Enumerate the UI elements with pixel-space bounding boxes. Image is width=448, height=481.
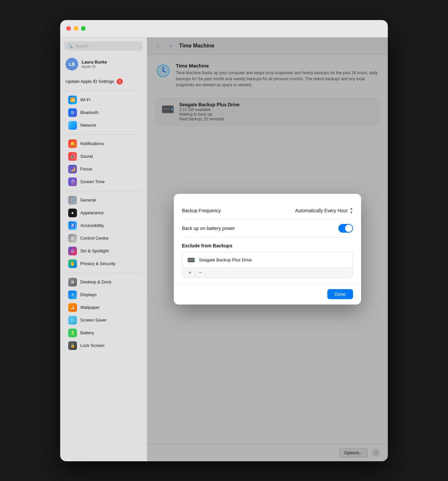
modal-overlay: Backup Frequency Automatically Every Hou… bbox=[147, 37, 388, 461]
sidebar-item-label: General bbox=[80, 198, 96, 203]
sidebar-section-alerts: 🔔 Notifications 🔊 Sound 🌙 bbox=[60, 137, 147, 188]
sound-icon: 🔊 bbox=[68, 152, 77, 161]
displays-icon: ☀ bbox=[68, 290, 77, 299]
exclude-item-name: Seagate Backup Plus Drive bbox=[199, 257, 252, 262]
modal-footer: Done bbox=[174, 283, 361, 305]
sidebar-item-label: Notifications bbox=[80, 141, 104, 146]
control-center-icon: ⊞ bbox=[68, 234, 77, 243]
sidebar-item-label: Battery bbox=[80, 330, 94, 335]
user-subtitle: Apple ID bbox=[82, 65, 107, 69]
backup-frequency-label: Backup Frequency bbox=[182, 208, 221, 213]
modal-dialog: Backup Frequency Automatically Every Hou… bbox=[174, 194, 361, 305]
sidebar-item-label: Siri & Spotlight bbox=[80, 248, 109, 253]
sidebar-item-label: Accessibility bbox=[80, 223, 104, 228]
appearance-icon: ● bbox=[68, 209, 77, 217]
network-icon: 🌐 bbox=[68, 121, 77, 130]
sidebar-item-label: Wi-Fi bbox=[80, 97, 90, 102]
sidebar-section-system: ⚙️ General ● Appearance ♿ A bbox=[60, 194, 147, 270]
wallpaper-icon: 🏞 bbox=[68, 303, 77, 312]
sidebar-item-label: Bluetooth bbox=[80, 110, 99, 115]
user-profile[interactable]: LB Laura Burke Apple ID bbox=[60, 55, 147, 73]
desktop-icon: 🖥 bbox=[68, 278, 77, 286]
accessibility-icon: ♿ bbox=[68, 221, 77, 230]
bluetooth-icon: B bbox=[68, 108, 77, 117]
sidebar-item-focus[interactable]: 🌙 Focus bbox=[63, 163, 144, 175]
update-badge: 1 bbox=[117, 79, 123, 85]
sidebar-item-screen-saver[interactable]: ◻ Screen Saver bbox=[63, 314, 144, 327]
add-exclude-button[interactable]: + bbox=[186, 269, 194, 276]
stepper-arrows: ▲ ▼ bbox=[350, 207, 353, 214]
general-icon: ⚙️ bbox=[68, 196, 77, 205]
remove-exclude-button[interactable]: − bbox=[196, 269, 205, 276]
minimize-button[interactable] bbox=[74, 26, 78, 31]
battery-power-label: Back up on battery power bbox=[182, 226, 235, 231]
search-bar[interactable]: 🔍 Search bbox=[64, 41, 143, 50]
battery-power-toggle[interactable] bbox=[338, 224, 353, 233]
sidebar-item-label: Privacy & Security bbox=[80, 261, 115, 266]
close-button[interactable] bbox=[66, 26, 71, 31]
sidebar-item-general[interactable]: ⚙️ General bbox=[63, 194, 144, 207]
exclude-section-title: Exclude from Backups bbox=[182, 243, 353, 248]
sidebar-section-display: 🖥 Desktop & Dock ☀ Displays 🏞 bbox=[60, 276, 147, 352]
lock-screen-icon: 🔒 bbox=[68, 341, 77, 350]
backup-frequency-value: Automatically Every Hour bbox=[295, 208, 348, 213]
sidebar: 🔍 Search LB Laura Burke Apple ID Update … bbox=[60, 37, 147, 461]
svg-point-9 bbox=[193, 259, 195, 261]
sidebar-item-label: Screen Time bbox=[80, 179, 105, 184]
sidebar-item-notifications[interactable]: 🔔 Notifications bbox=[63, 137, 144, 150]
modal-body: Backup Frequency Automatically Every Hou… bbox=[174, 194, 361, 283]
window: 🔍 Search LB Laura Burke Apple ID Update … bbox=[60, 20, 388, 461]
sidebar-item-label: Desktop & Dock bbox=[80, 279, 111, 284]
backup-frequency-selector[interactable]: Automatically Every Hour ▲ ▼ bbox=[295, 207, 353, 214]
sidebar-item-wallpaper[interactable]: 🏞 Wallpaper bbox=[63, 301, 144, 314]
exclude-item-icon bbox=[187, 255, 196, 264]
avatar: LB bbox=[66, 58, 78, 71]
privacy-icon: ✋ bbox=[68, 259, 77, 268]
exclude-list-item: Seagate Backup Plus Drive bbox=[182, 252, 353, 268]
sidebar-section-connectivity: 📶 Wi-Fi B Bluetooth 🌐 Net bbox=[60, 94, 147, 132]
sidebar-item-screen-time[interactable]: ⏱ Screen Time bbox=[63, 175, 144, 188]
sidebar-item-bluetooth[interactable]: B Bluetooth bbox=[63, 106, 144, 119]
sidebar-item-label: Focus bbox=[80, 166, 92, 171]
sidebar-item-lock-screen[interactable]: 🔒 Lock Screen bbox=[63, 339, 144, 352]
wifi-icon: 📶 bbox=[68, 96, 77, 104]
maximize-button[interactable] bbox=[81, 26, 86, 31]
siri-icon: ◎ bbox=[68, 247, 77, 255]
update-banner[interactable]: Update Apple ID Settings 1 bbox=[60, 76, 147, 87]
sidebar-item-label: Control Centre bbox=[80, 236, 109, 241]
sidebar-item-displays[interactable]: ☀ Displays bbox=[63, 288, 144, 301]
exclude-list-footer: + − bbox=[182, 268, 353, 278]
sidebar-item-battery[interactable]: 🔋 Battery bbox=[63, 327, 144, 339]
screen-saver-icon: ◻ bbox=[68, 316, 77, 325]
user-name: Laura Burke bbox=[82, 59, 107, 65]
sidebar-item-label: Network bbox=[80, 123, 96, 128]
search-icon: 🔍 bbox=[68, 43, 73, 48]
sidebar-item-accessibility[interactable]: ♿ Accessibility bbox=[63, 219, 144, 232]
battery-power-row: Back up on battery power bbox=[182, 219, 353, 238]
sidebar-item-control-center[interactable]: ⊞ Control Centre bbox=[63, 232, 144, 245]
sidebar-item-desktop[interactable]: 🖥 Desktop & Dock bbox=[63, 276, 144, 288]
sidebar-item-network[interactable]: 🌐 Network bbox=[63, 119, 144, 132]
sidebar-item-label: Screen Saver bbox=[80, 318, 107, 323]
focus-icon: 🌙 bbox=[68, 165, 77, 173]
notifications-icon: 🔔 bbox=[68, 139, 77, 148]
sidebar-item-label: Lock Screen bbox=[80, 343, 104, 348]
exclude-list: Seagate Backup Plus Drive + − bbox=[182, 252, 353, 278]
sidebar-item-wifi[interactable]: 📶 Wi-Fi bbox=[63, 94, 144, 106]
sidebar-item-label: Displays bbox=[80, 292, 97, 297]
search-placeholder: Search bbox=[75, 43, 89, 48]
sidebar-item-privacy[interactable]: ✋ Privacy & Security bbox=[63, 257, 144, 270]
title-bar bbox=[60, 20, 388, 37]
sidebar-item-label: Appearance bbox=[80, 210, 104, 215]
backup-frequency-row: Backup Frequency Automatically Every Hou… bbox=[182, 202, 353, 219]
sidebar-item-label: Wallpaper bbox=[80, 305, 100, 310]
battery-icon: 🔋 bbox=[68, 329, 77, 337]
sidebar-item-siri[interactable]: ◎ Siri & Spotlight bbox=[63, 245, 144, 257]
update-text: Update Apple ID Settings bbox=[66, 79, 114, 84]
sidebar-item-appearance[interactable]: ● Appearance bbox=[63, 207, 144, 219]
sidebar-item-label: Sound bbox=[80, 154, 93, 159]
screen-time-icon: ⏱ bbox=[68, 177, 77, 186]
sidebar-item-sound[interactable]: 🔊 Sound bbox=[63, 150, 144, 163]
done-button[interactable]: Done bbox=[327, 289, 353, 299]
traffic-lights bbox=[66, 26, 86, 31]
